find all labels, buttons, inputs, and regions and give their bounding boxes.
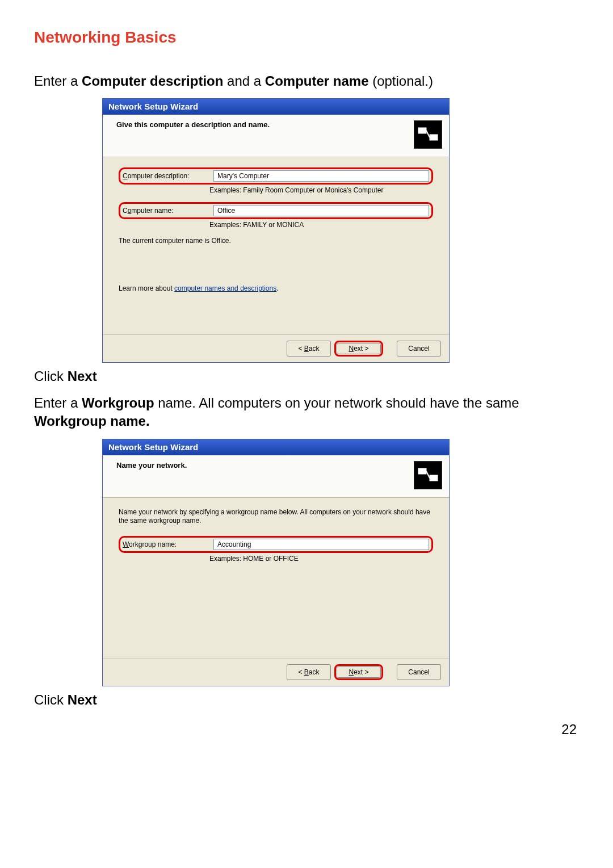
svg-line-5 — [426, 471, 430, 478]
button-bar: < Back Next > Cancel — [103, 658, 449, 686]
t: N — [349, 345, 354, 353]
t: Computer description — [82, 73, 223, 89]
cancel-button[interactable]: Cancel — [397, 341, 441, 357]
wizard-body: Computer description: Examples: Family R… — [103, 157, 449, 334]
svg-rect-1 — [430, 135, 438, 140]
computer-name-row: Computer name: — [119, 202, 433, 219]
wizard-dialog-1: Network Setup Wizard Give this computer … — [102, 98, 450, 363]
titlebar: Network Setup Wizard — [103, 439, 449, 455]
next-button[interactable]: Next > — [337, 666, 381, 678]
t: Click — [34, 368, 68, 384]
t: Enter a — [34, 395, 82, 410]
svg-rect-0 — [418, 128, 426, 133]
learn-more-link[interactable]: computer names and descriptions — [174, 284, 276, 292]
t: C — [123, 207, 128, 215]
t: Next — [68, 368, 97, 384]
t: and a — [223, 73, 264, 89]
t: Click — [34, 692, 68, 707]
t: mputer name: — [131, 207, 173, 215]
t: B — [304, 345, 309, 353]
network-wizard-icon — [414, 120, 442, 149]
svg-line-2 — [426, 131, 430, 137]
learn-more: Learn more about computer names and desc… — [119, 284, 433, 292]
t: C — [123, 172, 128, 180]
t: (optional.) — [369, 73, 433, 89]
wizard-body: Name your network by specifying a workgr… — [103, 498, 449, 658]
current-computer-name: The current computer name is Office. — [119, 237, 433, 245]
t: Workgroup name. — [34, 413, 150, 429]
t: name. All computers on your network shou… — [154, 395, 519, 410]
computer-name-input[interactable] — [213, 205, 429, 216]
t: W — [123, 540, 129, 548]
t: Workgroup — [82, 395, 154, 410]
click-next-2: Click Next — [34, 691, 579, 709]
workgroup-row: Workgroup name: — [119, 536, 433, 553]
computer-description-row: Computer description: — [119, 167, 433, 184]
instruction-2: Enter a Workgroup name. All computers on… — [34, 394, 579, 431]
computer-name-label: Computer name: — [123, 207, 213, 215]
click-next-1: Click Next — [34, 367, 579, 385]
computer-description-input[interactable] — [213, 170, 429, 182]
t: omputer description: — [128, 172, 190, 180]
computer-name-example: Examples: FAMILY or MONICA — [209, 221, 433, 229]
t: ext > — [354, 668, 368, 676]
workgroup-example: Examples: HOME or OFFICE — [209, 555, 433, 563]
workgroup-description: Name your network by specifying a workgr… — [119, 508, 433, 526]
instruction-1: Enter a Computer description and a Compu… — [34, 72, 579, 90]
titlebar: Network Setup Wizard — [103, 99, 449, 115]
t: ack — [309, 345, 320, 353]
t: Computer name — [265, 73, 369, 89]
svg-rect-4 — [430, 475, 438, 481]
button-bar: < Back Next > Cancel — [103, 334, 449, 362]
t: < — [298, 668, 304, 676]
wizard-dialog-2: Network Setup Wizard Name your network. … — [102, 439, 450, 686]
back-button[interactable]: < Back — [287, 341, 331, 357]
t: Next — [68, 692, 97, 707]
t: Learn more about — [119, 284, 174, 292]
page-number: 22 — [34, 722, 577, 737]
computer-description-label: Computer description: — [123, 172, 213, 180]
t: . — [276, 284, 278, 292]
t: orkgroup name: — [129, 540, 177, 548]
t: ack — [309, 668, 320, 676]
wizard-header-text: Name your network. — [116, 461, 187, 469]
t: < — [298, 345, 304, 353]
wizard-header: Give this computer a description and nam… — [103, 115, 449, 157]
next-button[interactable]: Next > — [337, 343, 381, 354]
computer-description-example: Examples: Family Room Computer or Monica… — [209, 186, 433, 194]
t: N — [349, 668, 354, 676]
back-button[interactable]: < Back — [287, 664, 331, 680]
t: B — [304, 668, 309, 676]
next-highlight: Next > — [334, 341, 383, 357]
workgroup-input[interactable] — [213, 539, 429, 550]
next-highlight: Next > — [334, 664, 383, 680]
wizard-header: Name your network. — [103, 455, 449, 498]
svg-rect-3 — [418, 468, 426, 474]
page-heading: Networking Basics — [34, 28, 579, 47]
network-wizard-icon — [414, 461, 442, 489]
cancel-button[interactable]: Cancel — [397, 664, 441, 680]
workgroup-label: Workgroup name: — [123, 540, 213, 548]
t: ext > — [354, 345, 368, 353]
t: Enter a — [34, 73, 82, 89]
wizard-header-text: Give this computer a description and nam… — [116, 120, 270, 129]
